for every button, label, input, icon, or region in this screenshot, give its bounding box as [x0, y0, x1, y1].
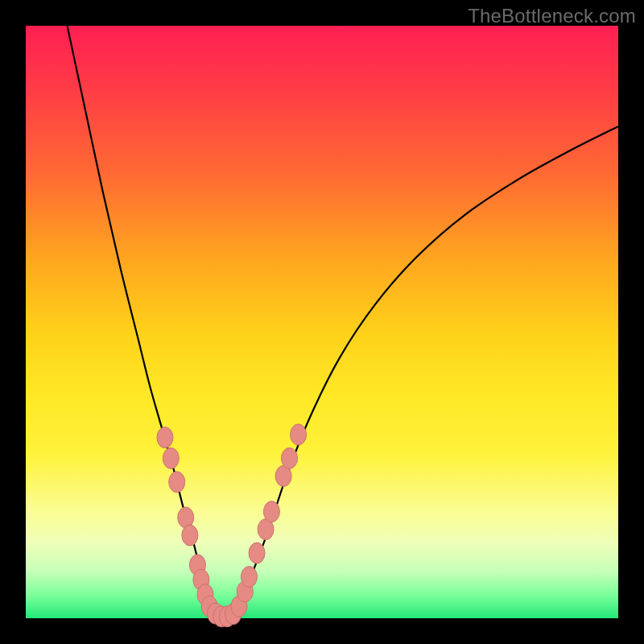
watermark-text: TheBottleneck.com	[468, 5, 636, 27]
data-marker	[163, 448, 179, 469]
bottleneck-curve	[68, 26, 618, 620]
plot-area	[26, 26, 618, 618]
data-marker	[291, 424, 307, 445]
data-marker	[182, 525, 198, 546]
data-marker	[282, 448, 298, 469]
marker-group	[157, 424, 307, 627]
curve-group	[68, 26, 618, 620]
data-marker	[157, 427, 173, 448]
data-marker	[241, 566, 257, 587]
data-marker	[249, 543, 265, 564]
data-marker	[169, 472, 185, 493]
chart-frame: TheBottleneck.com	[0, 0, 644, 644]
chart-svg	[26, 26, 618, 618]
data-marker	[263, 502, 279, 522]
